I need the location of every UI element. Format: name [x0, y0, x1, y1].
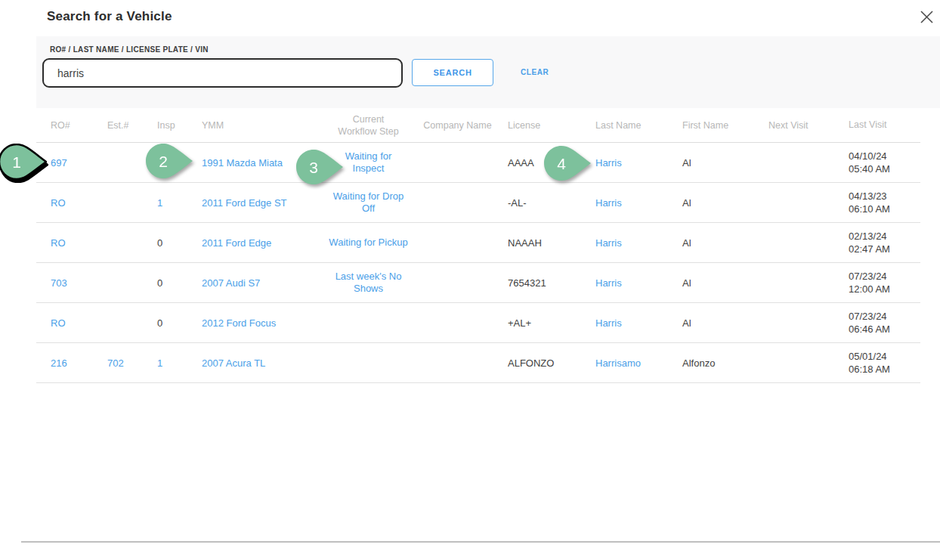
table-header-row: RO# Est.# Insp YMM Current Workflow Step… — [36, 108, 920, 143]
license-cell: NAAAH — [493, 237, 582, 249]
workflow-step-link[interactable]: Waiting for Drop Off — [315, 190, 422, 215]
license-cell: +AL+ — [493, 317, 582, 329]
ro-link[interactable]: 703 — [36, 277, 107, 289]
ro-link[interactable]: RO — [36, 317, 107, 329]
last-name-link[interactable]: Harris — [582, 157, 669, 169]
last-name-link[interactable]: Harris — [582, 277, 669, 289]
ymm-link[interactable]: 2007 Acura TL — [202, 357, 315, 369]
last-name-link[interactable]: Harris — [582, 197, 669, 209]
search-panel: RO# / LAST NAME / LICENSE PLATE / VIN SE… — [36, 36, 940, 108]
insp-link[interactable]: 1 — [157, 357, 202, 369]
license-cell: AAAA — [493, 157, 582, 169]
svg-text:1: 1 — [12, 153, 21, 171]
ymm-link[interactable]: 2011 Ford Edge ST — [202, 197, 315, 209]
column-header-next-visit: Next Visit — [756, 120, 835, 131]
insp-cell: 0 — [157, 317, 202, 329]
column-header-company: Company Name — [422, 119, 493, 131]
column-header-ymm: YMM — [202, 120, 315, 131]
last-visit-cell: 04/10/24 05:40 AM — [835, 150, 920, 175]
table-row[interactable]: 697 1991 Mazda Miata Waiting for Inspect… — [36, 143, 920, 183]
column-header-workflow: Current Workflow Step — [315, 113, 422, 138]
page-title: Search for a Vehicle — [47, 9, 172, 24]
last-name-link[interactable]: Harrisamo — [582, 357, 669, 369]
column-header-est: Est.# — [107, 120, 157, 131]
insp-cell: 0 — [157, 237, 202, 249]
license-cell: -AL- — [493, 197, 582, 209]
first-name-cell: Al — [669, 237, 756, 249]
table-row[interactable]: RO 0 2011 Ford Edge Waiting for Pickup N… — [36, 223, 920, 263]
first-name-cell: Al — [669, 157, 756, 169]
license-cell: ALFONZO — [493, 357, 582, 369]
table-row[interactable]: 216 702 1 2007 Acura TL ALFONZO Harrisam… — [36, 343, 920, 383]
insp-link[interactable]: 1 — [157, 197, 202, 209]
close-icon — [920, 10, 934, 26]
table-row[interactable]: RO 1 2011 Ford Edge ST Waiting for Drop … — [36, 183, 920, 223]
close-button[interactable] — [914, 6, 938, 30]
workflow-step-link[interactable]: Last week's No Shows — [315, 271, 422, 295]
ro-link[interactable]: RO — [36, 197, 107, 209]
column-header-last-visit: Last Visit — [835, 119, 920, 131]
footer-divider — [21, 541, 940, 543]
first-name-cell: Al — [669, 317, 756, 329]
last-visit-cell: 05/01/24 06:18 AM — [835, 350, 920, 376]
ymm-link[interactable]: 1991 Mazda Miata — [202, 157, 315, 169]
ymm-link[interactable]: 2012 Ford Focus — [202, 317, 315, 329]
last-visit-cell: 07/23/24 06:46 AM — [835, 310, 920, 336]
table-row[interactable]: 703 0 2007 Audi S7 Last week's No Shows … — [36, 263, 920, 303]
license-cell: 7654321 — [493, 277, 582, 289]
first-name-cell: Al — [669, 277, 756, 289]
column-header-first-name: First Name — [669, 120, 756, 131]
last-visit-cell: 04/13/23 06:10 AM — [835, 190, 920, 215]
ro-link[interactable]: RO — [36, 237, 107, 249]
search-input-label: RO# / LAST NAME / LICENSE PLATE / VIN — [50, 45, 209, 54]
workflow-step-link[interactable]: Waiting for Inspect — [315, 150, 422, 175]
search-input[interactable] — [42, 58, 403, 88]
last-name-link[interactable]: Harris — [582, 317, 669, 329]
search-button[interactable]: SEARCH — [412, 59, 493, 86]
last-visit-cell: 02/13/24 02:47 AM — [835, 230, 920, 255]
last-visit-cell: 07/23/24 12:00 AM — [835, 270, 920, 295]
workflow-step-link[interactable]: Waiting for Pickup — [315, 237, 422, 249]
ymm-link[interactable]: 2007 Audi S7 — [202, 277, 315, 289]
column-header-license: License — [493, 120, 582, 131]
ro-link[interactable]: 216 — [36, 357, 107, 369]
column-header-ro: RO# — [36, 120, 107, 131]
first-name-cell: Alfonzo — [669, 357, 756, 369]
est-link[interactable]: 702 — [107, 357, 157, 369]
vehicle-results-table: RO# Est.# Insp YMM Current Workflow Step… — [36, 108, 920, 383]
column-header-last-name: Last Name — [582, 120, 669, 131]
last-name-link[interactable]: Harris — [582, 237, 669, 249]
table-row[interactable]: RO 0 2012 Ford Focus +AL+ Harris Al 07/2… — [36, 303, 920, 343]
clear-button[interactable]: CLEAR — [521, 68, 549, 76]
column-header-insp: Insp — [157, 120, 202, 131]
ymm-link[interactable]: 2011 Ford Edge — [202, 237, 315, 249]
ro-link[interactable]: 697 — [36, 157, 107, 169]
first-name-cell: Al — [669, 197, 756, 209]
insp-cell: 0 — [157, 277, 202, 289]
